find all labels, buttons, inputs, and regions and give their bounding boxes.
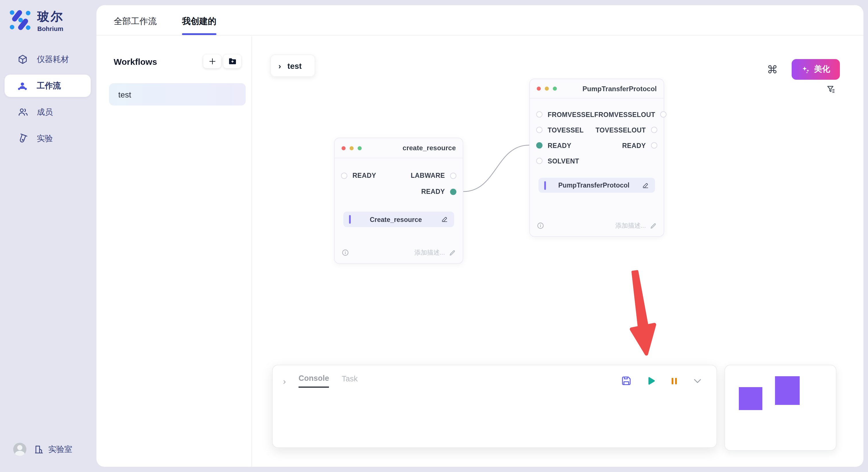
building-icon xyxy=(34,444,43,454)
workflow-list-item-test[interactable]: test xyxy=(109,83,246,105)
port-handle[interactable] xyxy=(450,172,456,179)
port-handle[interactable] xyxy=(651,127,657,133)
folder-download-icon xyxy=(228,57,237,66)
chevron-right-icon: › xyxy=(278,61,281,70)
main-content: 全部工作流 我创建的 Workflows xyxy=(96,5,863,467)
port-fromvessel-in[interactable]: FROMVESSEL xyxy=(530,111,594,118)
port-fromvesselout-out[interactable]: FROMVESSELOUT xyxy=(594,111,673,118)
node-create-resource[interactable]: create_resource READY LABWARE xyxy=(334,138,463,264)
dot-red xyxy=(342,146,346,150)
node-description-placeholder[interactable]: 添加描述... xyxy=(414,248,456,257)
node-title: create_resource xyxy=(403,144,456,152)
beautify-button[interactable]: 美化 xyxy=(792,59,840,80)
add-workflow-button[interactable] xyxy=(203,55,221,68)
dot-red xyxy=(537,87,541,91)
port-ready-out[interactable]: READY xyxy=(421,188,463,195)
canvas-breadcrumb[interactable]: › test xyxy=(270,55,315,77)
sidebar-item-label: 实验 xyxy=(37,133,53,144)
node-header: create_resource xyxy=(335,138,463,158)
node-description-placeholder[interactable]: 添加描述... xyxy=(615,222,657,230)
task-tab[interactable]: Task xyxy=(342,374,358,387)
info-icon[interactable] xyxy=(537,222,544,229)
workflows-title: Workflows xyxy=(114,57,157,66)
command-palette-icon[interactable]: ⌘ xyxy=(767,64,778,75)
sidebar-item-label: 仪器耗材 xyxy=(37,54,69,65)
sidebar-menu: 仪器耗材 工作流 成员 xyxy=(5,48,91,154)
import-folder-button[interactable] xyxy=(223,55,241,68)
minimap-node-pump-transfer xyxy=(775,376,800,405)
node-function-pill[interactable]: Create_resource xyxy=(343,212,454,227)
workflow-canvas[interactable]: › test ⌘ 美化 xyxy=(253,36,863,467)
beautify-label: 美化 xyxy=(814,64,830,74)
console-collapse-chevron-icon[interactable]: › xyxy=(283,376,286,386)
tab-all-workflows[interactable]: 全部工作流 xyxy=(114,16,157,35)
tab-my-created[interactable]: 我创建的 xyxy=(182,16,216,35)
port-tovessel-in[interactable]: TOVESSEL xyxy=(530,127,584,133)
port-handle[interactable] xyxy=(536,111,542,117)
sidebar-item-workflow[interactable]: 工作流 xyxy=(5,74,91,97)
port-ready-in[interactable]: READY xyxy=(335,172,376,179)
brand-name-en: Bohrium xyxy=(37,25,64,32)
node-pump-transfer-protocol[interactable]: PumpTransferProtocol FROMVESSEL FROMVESS… xyxy=(529,78,664,237)
workflows-panel: Workflows test xyxy=(96,36,252,467)
port-handle[interactable] xyxy=(536,158,542,164)
dot-yellow xyxy=(350,146,353,150)
members-icon xyxy=(17,106,28,118)
port-tovesselout-out[interactable]: TOVESSELOUT xyxy=(596,127,663,133)
experiment-icon xyxy=(17,133,28,144)
port-handle-connected[interactable] xyxy=(536,142,542,148)
dot-green xyxy=(358,146,362,150)
save-icon[interactable] xyxy=(621,375,632,386)
workflow-tabs: 全部工作流 我创建的 xyxy=(96,5,863,36)
console-panel: › Console Task xyxy=(272,365,717,448)
sidebar: 玻尔 Bohrium 仪器耗材 工作 xyxy=(0,0,95,472)
dot-green xyxy=(553,87,557,91)
sidebar-item-consumables[interactable]: 仪器耗材 xyxy=(5,48,91,71)
user-avatar[interactable] xyxy=(13,443,26,456)
pause-icon[interactable] xyxy=(670,376,679,386)
run-play-icon[interactable] xyxy=(645,375,656,386)
port-solvent-in[interactable]: SOLVENT xyxy=(530,158,579,164)
traffic-light-dots xyxy=(537,87,557,91)
sidebar-item-label: 工作流 xyxy=(37,80,61,91)
app-window: 玻尔 Bohrium 仪器耗材 工作 xyxy=(0,0,868,472)
minimap[interactable] xyxy=(724,365,836,451)
port-ready-out[interactable]: READY xyxy=(622,142,663,149)
info-icon[interactable] xyxy=(342,249,349,256)
port-handle[interactable] xyxy=(660,111,667,117)
port-handle[interactable] xyxy=(341,172,347,179)
filter-icon[interactable] xyxy=(826,84,836,96)
node-function-pill[interactable]: PumpTransferProtocol xyxy=(538,178,655,193)
collapse-chevron-down-icon[interactable] xyxy=(692,376,703,386)
brand-logo: 玻尔 Bohrium xyxy=(8,8,64,32)
port-handle[interactable] xyxy=(536,127,542,133)
sidebar-item-experiment[interactable]: 实验 xyxy=(5,127,91,150)
console-tab[interactable]: Console xyxy=(299,374,329,388)
port-handle[interactable] xyxy=(651,142,657,148)
brand-name-zh: 玻尔 xyxy=(37,8,64,24)
sidebar-footer: 实验室 xyxy=(13,443,72,456)
traffic-light-dots xyxy=(342,146,362,150)
pencil-icon xyxy=(650,222,657,229)
lab-switcher[interactable]: 实验室 xyxy=(34,444,72,454)
sidebar-item-members[interactable]: 成员 xyxy=(5,101,91,123)
red-annotation-arrow xyxy=(625,270,661,357)
pencil-icon xyxy=(449,249,456,256)
node-title: PumpTransferProtocol xyxy=(582,85,657,93)
port-handle-connected[interactable] xyxy=(450,189,456,195)
edit-icon[interactable] xyxy=(441,216,448,223)
dot-yellow xyxy=(545,87,549,91)
workflow-icon xyxy=(17,80,28,92)
node-header: PumpTransferProtocol xyxy=(530,79,663,99)
minimap-node-create-resource xyxy=(739,387,763,410)
plus-icon xyxy=(208,57,216,65)
lab-label: 实验室 xyxy=(48,444,72,454)
edit-icon[interactable] xyxy=(642,181,649,189)
box-icon xyxy=(17,54,28,65)
bohrium-logo-icon xyxy=(8,8,32,32)
sidebar-item-label: 成员 xyxy=(37,107,53,117)
port-ready-in[interactable]: READY xyxy=(530,142,571,149)
sparkles-icon xyxy=(801,65,810,74)
port-labware-out[interactable]: LABWARE xyxy=(411,172,463,179)
breadcrumb-label: test xyxy=(287,61,302,70)
